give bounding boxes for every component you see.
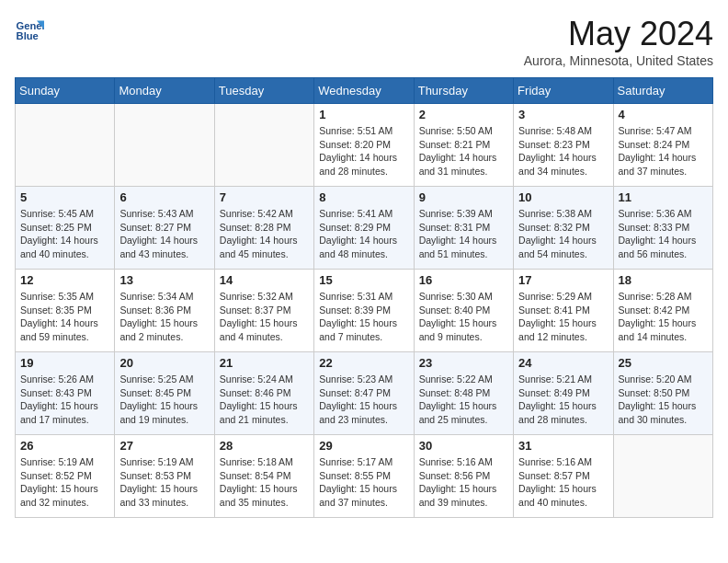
table-row: 17Sunrise: 5:29 AM Sunset: 8:41 PM Dayli… — [514, 270, 613, 352]
logo-icon: General Blue — [15, 15, 44, 44]
table-row: 31Sunrise: 5:16 AM Sunset: 8:57 PM Dayli… — [514, 435, 613, 518]
day-number: 30 — [419, 439, 508, 453]
day-info: Sunrise: 5:22 AM Sunset: 8:48 PM Dayligh… — [419, 373, 508, 427]
col-saturday: Saturday — [613, 78, 712, 104]
col-tuesday: Tuesday — [214, 78, 313, 104]
day-number: 31 — [518, 439, 608, 453]
table-row: 6Sunrise: 5:43 AM Sunset: 8:27 PM Daylig… — [115, 187, 214, 270]
day-info: Sunrise: 5:30 AM Sunset: 8:40 PM Dayligh… — [419, 290, 508, 344]
day-info: Sunrise: 5:24 AM Sunset: 8:46 PM Dayligh… — [220, 373, 309, 427]
table-row: 25Sunrise: 5:20 AM Sunset: 8:50 PM Dayli… — [613, 352, 712, 435]
day-number: 28 — [220, 439, 309, 453]
day-number: 23 — [419, 356, 508, 370]
day-info: Sunrise: 5:42 AM Sunset: 8:28 PM Dayligh… — [220, 207, 309, 261]
day-info: Sunrise: 5:47 AM Sunset: 8:24 PM Dayligh… — [619, 124, 708, 178]
table-row: 20Sunrise: 5:25 AM Sunset: 8:45 PM Dayli… — [115, 352, 214, 435]
day-info: Sunrise: 5:43 AM Sunset: 8:27 PM Dayligh… — [119, 207, 209, 261]
day-number: 20 — [119, 356, 209, 370]
col-friday: Friday — [514, 78, 613, 104]
day-number: 18 — [619, 273, 708, 287]
table-row: 26Sunrise: 5:19 AM Sunset: 8:52 PM Dayli… — [16, 435, 115, 518]
day-number: 8 — [319, 190, 408, 204]
table-row — [214, 104, 313, 187]
day-number: 19 — [20, 356, 109, 370]
table-row: 16Sunrise: 5:30 AM Sunset: 8:40 PM Dayli… — [414, 270, 513, 352]
day-number: 15 — [319, 273, 408, 287]
day-info: Sunrise: 5:38 AM Sunset: 8:32 PM Dayligh… — [518, 207, 608, 261]
day-info: Sunrise: 5:34 AM Sunset: 8:36 PM Dayligh… — [119, 290, 209, 344]
day-info: Sunrise: 5:41 AM Sunset: 8:29 PM Dayligh… — [319, 207, 408, 261]
calendar-table: Sunday Monday Tuesday Wednesday Thursday… — [15, 77, 713, 518]
day-info: Sunrise: 5:26 AM Sunset: 8:43 PM Dayligh… — [20, 373, 109, 427]
table-row: 11Sunrise: 5:36 AM Sunset: 8:33 PM Dayli… — [613, 187, 712, 270]
col-sunday: Sunday — [16, 78, 115, 104]
table-row: 27Sunrise: 5:19 AM Sunset: 8:53 PM Dayli… — [115, 435, 214, 518]
location: Aurora, Minnesota, United States — [524, 53, 713, 68]
day-info: Sunrise: 5:20 AM Sunset: 8:50 PM Dayligh… — [619, 373, 708, 427]
day-number: 4 — [619, 108, 708, 121]
day-info: Sunrise: 5:18 AM Sunset: 8:54 PM Dayligh… — [220, 455, 309, 510]
day-info: Sunrise: 5:21 AM Sunset: 8:49 PM Dayligh… — [518, 373, 608, 427]
col-monday: Monday — [115, 78, 214, 104]
day-number: 10 — [518, 190, 608, 204]
day-info: Sunrise: 5:31 AM Sunset: 8:39 PM Dayligh… — [319, 290, 408, 344]
day-info: Sunrise: 5:19 AM Sunset: 8:53 PM Dayligh… — [119, 455, 209, 510]
table-row: 23Sunrise: 5:22 AM Sunset: 8:48 PM Dayli… — [414, 352, 513, 435]
table-row: 24Sunrise: 5:21 AM Sunset: 8:49 PM Dayli… — [514, 352, 613, 435]
table-row: 19Sunrise: 5:26 AM Sunset: 8:43 PM Dayli… — [16, 352, 115, 435]
day-info: Sunrise: 5:23 AM Sunset: 8:47 PM Dayligh… — [319, 373, 408, 427]
table-row: 14Sunrise: 5:32 AM Sunset: 8:37 PM Dayli… — [214, 270, 313, 352]
day-info: Sunrise: 5:50 AM Sunset: 8:21 PM Dayligh… — [419, 124, 508, 178]
day-info: Sunrise: 5:39 AM Sunset: 8:31 PM Dayligh… — [419, 207, 508, 261]
day-info: Sunrise: 5:35 AM Sunset: 8:35 PM Dayligh… — [20, 290, 109, 344]
table-row: 18Sunrise: 5:28 AM Sunset: 8:42 PM Dayli… — [613, 270, 712, 352]
day-number: 22 — [319, 356, 408, 370]
day-number: 14 — [220, 273, 309, 287]
day-info: Sunrise: 5:51 AM Sunset: 8:20 PM Dayligh… — [319, 124, 408, 178]
table-row: 28Sunrise: 5:18 AM Sunset: 8:54 PM Dayli… — [214, 435, 313, 518]
col-thursday: Thursday — [414, 78, 513, 104]
day-info: Sunrise: 5:48 AM Sunset: 8:23 PM Dayligh… — [518, 124, 608, 178]
table-row: 13Sunrise: 5:34 AM Sunset: 8:36 PM Dayli… — [115, 270, 214, 352]
day-number: 7 — [220, 190, 309, 204]
table-row — [16, 104, 115, 187]
day-number: 2 — [419, 108, 508, 121]
day-number: 17 — [518, 273, 608, 287]
day-number: 24 — [518, 356, 608, 370]
day-number: 27 — [119, 439, 209, 453]
day-info: Sunrise: 5:28 AM Sunset: 8:42 PM Dayligh… — [619, 290, 708, 344]
day-number: 12 — [20, 273, 109, 287]
table-row: 29Sunrise: 5:17 AM Sunset: 8:55 PM Dayli… — [314, 435, 414, 518]
table-row — [613, 435, 712, 518]
table-row: 5Sunrise: 5:45 AM Sunset: 8:25 PM Daylig… — [16, 187, 115, 270]
logo: General Blue — [15, 15, 44, 44]
day-number: 29 — [319, 439, 408, 453]
table-row: 2Sunrise: 5:50 AM Sunset: 8:21 PM Daylig… — [414, 104, 513, 187]
day-info: Sunrise: 5:25 AM Sunset: 8:45 PM Dayligh… — [119, 373, 209, 427]
table-row: 1Sunrise: 5:51 AM Sunset: 8:20 PM Daylig… — [314, 104, 414, 187]
table-row: 8Sunrise: 5:41 AM Sunset: 8:29 PM Daylig… — [314, 187, 414, 270]
table-row: 15Sunrise: 5:31 AM Sunset: 8:39 PM Dayli… — [314, 270, 414, 352]
page-header: General Blue May 2024 Aurora, Minnesota,… — [15, 15, 713, 68]
day-number: 25 — [619, 356, 708, 370]
day-number: 11 — [619, 190, 708, 204]
table-row: 3Sunrise: 5:48 AM Sunset: 8:23 PM Daylig… — [514, 104, 613, 187]
calendar-week-row: 19Sunrise: 5:26 AM Sunset: 8:43 PM Dayli… — [16, 352, 713, 435]
day-number: 9 — [419, 190, 508, 204]
table-row: 30Sunrise: 5:16 AM Sunset: 8:56 PM Dayli… — [414, 435, 513, 518]
table-row: 22Sunrise: 5:23 AM Sunset: 8:47 PM Dayli… — [314, 352, 414, 435]
day-number: 6 — [119, 190, 209, 204]
calendar-week-row: 26Sunrise: 5:19 AM Sunset: 8:52 PM Dayli… — [16, 435, 713, 518]
table-row: 9Sunrise: 5:39 AM Sunset: 8:31 PM Daylig… — [414, 187, 513, 270]
day-number: 5 — [20, 190, 109, 204]
day-number: 21 — [220, 356, 309, 370]
calendar-week-row: 1Sunrise: 5:51 AM Sunset: 8:20 PM Daylig… — [16, 104, 713, 187]
day-number: 16 — [419, 273, 508, 287]
title-block: May 2024 Aurora, Minnesota, United State… — [524, 15, 713, 68]
day-info: Sunrise: 5:45 AM Sunset: 8:25 PM Dayligh… — [20, 207, 109, 261]
day-number: 1 — [319, 108, 408, 121]
table-row: 4Sunrise: 5:47 AM Sunset: 8:24 PM Daylig… — [613, 104, 712, 187]
day-number: 26 — [20, 439, 109, 453]
table-row: 10Sunrise: 5:38 AM Sunset: 8:32 PM Dayli… — [514, 187, 613, 270]
table-row: 7Sunrise: 5:42 AM Sunset: 8:28 PM Daylig… — [214, 187, 313, 270]
